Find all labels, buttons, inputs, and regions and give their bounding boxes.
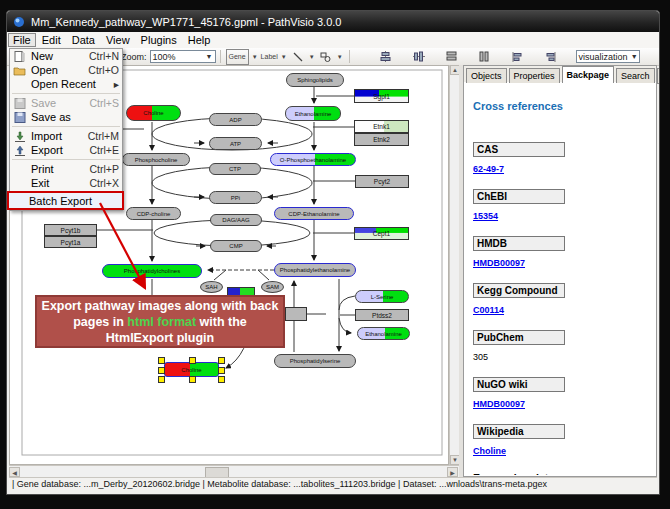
selection-handle[interactable] <box>158 357 165 364</box>
align-right-button[interactable] <box>543 50 559 64</box>
add-gene-button[interactable]: Gene <box>226 49 249 65</box>
node-ppi[interactable]: PPi <box>209 191 262 204</box>
node-ethanolamine-top[interactable]: Ethanolamine <box>285 106 341 121</box>
open-folder-icon <box>13 65 27 76</box>
node-cdp-ethanolamine[interactable]: CDP-Ethanolamine <box>274 207 354 220</box>
node-phosphocholine[interactable]: Phosphocholine <box>122 153 190 166</box>
backpage-section-header: HMDB <box>473 236 565 251</box>
menu-view[interactable]: View <box>101 33 135 47</box>
status-bar: | Gene database: ...m_Derby_20120602.bri… <box>9 477 657 490</box>
toolbar-separator <box>349 50 350 63</box>
node-cmp[interactable]: CMP <box>210 240 262 252</box>
backpage-link[interactable]: C00114 <box>473 305 655 315</box>
selection-handle[interactable] <box>218 357 225 364</box>
export-icon <box>13 145 27 156</box>
align-left-button[interactable] <box>510 50 526 64</box>
gene-box-partial[interactable] <box>285 307 307 321</box>
draw-line-button[interactable] <box>290 50 306 64</box>
gene-pcyt1b[interactable]: Pcyt1b <box>44 224 97 236</box>
node-choline-top[interactable]: Choline <box>126 105 181 121</box>
visualization-combobox[interactable]: visualization▼ <box>576 50 640 63</box>
canvas-vertical-scrollbar[interactable]: ▲ ▼ <box>449 65 459 465</box>
chevron-down-icon[interactable]: ▼ <box>281 54 287 60</box>
title-bar[interactable]: Mm_Kennedy_pathway_WP1771_45176.gpml - P… <box>7 11 659 32</box>
node-cdp-choline[interactable]: CDP-choline <box>126 207 181 220</box>
align-middle-icon <box>413 51 425 62</box>
backpage-link[interactable]: HMDB00097 <box>473 258 655 268</box>
chevron-down-icon[interactable]: ▼ <box>337 54 343 60</box>
menu-help[interactable]: Help <box>183 33 216 47</box>
backpage-link[interactable]: HMDB00097 <box>473 399 655 409</box>
selection-handle[interactable] <box>189 376 196 383</box>
node-phosphatidylcholines[interactable]: Phosphatidylcholines <box>102 264 202 278</box>
tab-search[interactable]: Search <box>616 68 655 84</box>
line-icon <box>293 52 303 62</box>
gene-etnk2[interactable]: Etnk2 <box>354 133 409 146</box>
file-menu-new[interactable]: NewCtrl+N <box>10 49 122 63</box>
chevron-down-icon[interactable]: ▼ <box>252 54 258 60</box>
file-menu-import[interactable]: ImportCtrl+M <box>10 129 122 143</box>
backpage-link[interactable]: 62-49-7 <box>473 164 655 174</box>
node-atp[interactable]: ATP <box>209 137 262 150</box>
scroll-left-icon[interactable]: ◀ <box>9 467 20 477</box>
file-menu-open[interactable]: OpenCtrl+O <box>10 63 122 77</box>
node-sphingolipids[interactable]: Sphingolipids <box>286 73 344 87</box>
node-l-serine[interactable]: L-Serine <box>355 290 409 303</box>
backpage-link[interactable]: 15354 <box>473 211 655 221</box>
draw-shape-button[interactable] <box>318 50 334 64</box>
node-ethanolamine-bottom[interactable]: Ethanolamine <box>357 327 410 340</box>
add-label-button[interactable]: Label <box>261 50 278 64</box>
menu-file[interactable]: File <box>8 33 36 47</box>
node-o-phosphoethanolamine[interactable]: O-Phosphoethanolamine <box>270 153 356 166</box>
backpage-section-header: Wikipedia <box>473 424 565 439</box>
gene-pcyt2[interactable]: Pcyt2 <box>355 175 409 188</box>
node-dag-aag[interactable]: DAG/AAG <box>210 214 262 226</box>
file-menu-print[interactable]: PrintCtrl+P <box>10 162 122 176</box>
selection-handle[interactable] <box>158 376 165 383</box>
file-menu-export[interactable]: ExportCtrl+E <box>10 143 122 157</box>
tab-objects[interactable]: Objects <box>466 68 507 84</box>
backpage-link[interactable]: Choline <box>473 446 655 456</box>
expression-data-heading: Expression data <box>473 472 655 475</box>
selection-handle[interactable] <box>218 376 225 383</box>
gene-sgpl1[interactable]: Sgpl1 <box>354 89 409 103</box>
file-menu-save[interactable]: SaveCtrl+S <box>10 96 122 110</box>
chevron-down-icon[interactable]: ▼ <box>309 54 315 60</box>
selection-handle[interactable] <box>218 367 225 374</box>
node-adp[interactable]: ADP <box>209 113 262 126</box>
node-phosphatidylethanolamine[interactable]: Phosphatidylethanolamine <box>274 263 356 277</box>
app-icon <box>13 16 25 28</box>
scroll-right-icon[interactable]: ▶ <box>447 467 458 477</box>
canvas-horizontal-scrollbar[interactable]: ◀ ▶ <box>9 465 459 477</box>
file-menu-batch-export[interactable]: Batch Export <box>7 191 124 210</box>
menu-edit[interactable]: Edit <box>37 33 66 47</box>
gene-pcyt1a[interactable]: Pcyt1a <box>44 236 97 248</box>
align-center-button[interactable] <box>378 50 394 64</box>
gene-ptdss2[interactable]: Ptdss2 <box>355 309 409 321</box>
stack-vertical-button[interactable] <box>444 50 460 64</box>
gene-etnk1[interactable]: Etnk1 <box>354 120 409 133</box>
zoom-combobox[interactable]: 100%▼ <box>150 50 216 63</box>
node-choline-selected[interactable]: Choline <box>164 362 219 377</box>
node-sam[interactable]: SAM <box>261 281 284 293</box>
menu-separator <box>12 159 120 160</box>
node-phosphatidylserine[interactable]: Phosphatidylserine <box>274 354 356 368</box>
selection-handle[interactable] <box>158 367 165 374</box>
file-menu-save-as[interactable]: Save as <box>10 110 122 124</box>
menu-data[interactable]: Data <box>67 33 100 47</box>
menu-plugins[interactable]: Plugins <box>136 33 182 47</box>
align-middle-button[interactable] <box>411 50 427 64</box>
selection-handle[interactable] <box>189 357 196 364</box>
tab-properties[interactable]: Properties <box>509 68 560 84</box>
tab-backpage[interactable]: Backpage <box>562 66 615 84</box>
node-sah[interactable]: SAH <box>200 281 223 293</box>
gene-cept1[interactable]: Cept1 <box>354 227 409 240</box>
file-menu-open-recent[interactable]: Open Recent ▸ <box>10 77 122 91</box>
node-ctp[interactable]: CTP <box>209 163 261 175</box>
stack-horizontal-button[interactable] <box>477 50 493 64</box>
cross-references-heading: Cross references <box>473 100 655 112</box>
side-panel: Objects Properties Backpage Search Legen… <box>463 65 657 477</box>
file-menu-exit[interactable]: ExitCtrl+X <box>10 176 122 190</box>
tab-legend[interactable]: Legend <box>657 68 660 84</box>
stack-horizontal-icon <box>479 51 490 62</box>
